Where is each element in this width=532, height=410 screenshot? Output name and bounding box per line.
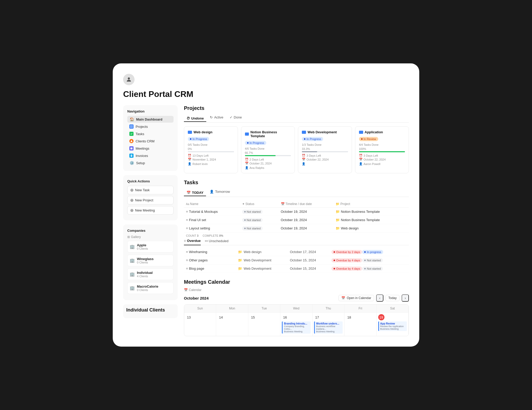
task-count-row: COUNT 3 COMPLETE 0% xyxy=(184,233,409,239)
sidebar-item-projects[interactable]: Projects xyxy=(127,123,174,130)
cal-cell-16[interactable]: 16 Branding Introdu... Company Branding,… xyxy=(280,313,312,336)
project-card-web-design[interactable]: Web design In Progress 0/5 Tasks Done 0%… xyxy=(184,126,238,173)
project-card-application[interactable]: Application In Review 4/4 Tasks Done 100… xyxy=(355,126,409,173)
cal-cell-14[interactable]: 14 xyxy=(216,313,248,336)
project-card-notion[interactable]: Notion Business Template In Progress 4/6… xyxy=(241,126,295,173)
navigation-title: Navigation xyxy=(127,109,174,113)
meetings-section-title: Meetings Calendar xyxy=(184,279,409,285)
day-header-wed: Wed xyxy=(280,305,312,312)
navigation-section: Navigation 🏠 Main Dashboard Projects Tas… xyxy=(123,105,178,171)
cal-event-app-review[interactable]: App Review Review the Application Busine… xyxy=(378,321,407,331)
active-icon: ↻ xyxy=(210,115,213,119)
projects-section-title: Projects xyxy=(184,105,409,111)
new-project-button[interactable]: ⊕ New Project xyxy=(127,196,174,204)
overdue-tab-bar: ○ Overdue ↦ Unscheduled xyxy=(184,239,409,245)
sidebar-item-invoices[interactable]: Invoices xyxy=(127,152,174,159)
cal-date-18: 18 xyxy=(346,314,352,320)
new-meeting-button[interactable]: ⊕ New Meeting xyxy=(127,206,174,215)
folder-icon-notion xyxy=(245,133,249,136)
tab-done[interactable]: ✓ Done xyxy=(227,114,244,120)
svg-point-0 xyxy=(128,77,130,80)
calendar-icon: 📅 xyxy=(184,288,188,292)
tab-today[interactable]: 📅 TODAY xyxy=(184,190,206,196)
prev-month-button[interactable]: ‹ xyxy=(376,294,383,302)
table-row[interactable]: ≡Tutorial & Mockups Not started October … xyxy=(184,208,409,216)
svg-point-5 xyxy=(131,140,132,141)
task-icon-1: ≡ xyxy=(186,210,188,214)
overdue-dot-2 xyxy=(334,260,335,261)
col-status: ✦ Status xyxy=(240,201,279,208)
tasks-tab-bar: 📅 TODAY 👤 Tomorrow xyxy=(184,189,409,197)
projects-grid: Web design In Progress 0/5 Tasks Done 0%… xyxy=(184,126,409,173)
sidebar-item-clients-crm[interactable]: Clients CRM xyxy=(127,138,174,144)
day-header-thu: Thu xyxy=(312,305,344,312)
cal-cell-13[interactable]: 13 xyxy=(184,313,216,336)
cal-cell-18[interactable]: 18 xyxy=(344,313,376,336)
individual-clients-section: Individual Clients xyxy=(123,304,178,318)
tab-unscheduled[interactable]: ↦ Unscheduled xyxy=(205,239,229,243)
tab-overdue[interactable]: ○ Overdue xyxy=(184,239,201,245)
cal-cell-17[interactable]: 17 Workflow unders... Business workflow … xyxy=(312,313,344,336)
cal-date-19: 19 xyxy=(378,314,384,320)
today-button[interactable]: Today xyxy=(385,295,400,301)
sidebar-item-meetings[interactable]: Meetings xyxy=(127,145,174,152)
calendar-icon-today: 📅 xyxy=(187,191,191,195)
companies-section: Companies ⊞ Gallery 🏢 Apple 0 Clients 🏢 … xyxy=(123,224,178,300)
cal-date-13: 13 xyxy=(186,314,192,320)
company-macrocalorie[interactable]: 🏢 MacroCalorie 0 Clients xyxy=(127,282,174,294)
invoices-icon xyxy=(129,154,134,158)
company-apple[interactable]: 🏢 Apple 0 Clients xyxy=(127,241,174,253)
project-card-web-dev[interactable]: Web Development In Progress 1/3 Tasks Do… xyxy=(298,126,352,173)
day-header-mon: Mon xyxy=(216,305,248,312)
company-macrocalorie-info: MacroCalorie 0 Clients xyxy=(137,285,158,292)
company-macrocalorie-icon: 🏢 xyxy=(130,286,135,290)
day-header-fri: Fri xyxy=(344,305,376,312)
sidebar-item-main-dashboard[interactable]: 🏠 Main Dashboard xyxy=(127,116,174,123)
projects-tab-bar: ⏱ Undone ↻ Active ✓ Done xyxy=(184,114,409,123)
company-wineglass[interactable]: 🏢 Wineglass 0 Clients xyxy=(127,255,174,266)
table-row[interactable]: ≡Layout setting Not started October 19, … xyxy=(184,224,409,233)
col-project: 📁 Project xyxy=(334,201,409,208)
quick-actions-title: Quick Actions xyxy=(127,179,174,183)
sidebar-item-setup[interactable]: ⚙️ Setup xyxy=(127,160,174,166)
gear-icon: ⚙️ xyxy=(129,161,134,165)
tab-undone[interactable]: ⏱ Undone xyxy=(184,115,206,122)
svg-rect-4 xyxy=(132,127,132,128)
open-calendar-button[interactable]: 📅 Open in Calendar xyxy=(338,295,374,301)
svg-rect-6 xyxy=(130,148,132,149)
calendar-week: 13 14 15 16 Branding Introdu... C xyxy=(184,312,409,336)
overdue-row-wireframing[interactable]: ≡Wireframing 📁Web design October 17, 202… xyxy=(184,248,409,256)
svg-rect-2 xyxy=(132,125,132,126)
done-icon: ✓ xyxy=(230,115,232,119)
cal-event-branding[interactable]: Branding Introdu... Company Branding, Co… xyxy=(282,321,310,334)
company-wineglass-icon: 🏢 xyxy=(130,258,135,263)
tasks-table: Aa Name ✦ Status 📅 Timeline / due date 📁… xyxy=(184,201,409,233)
cal-cell-15[interactable]: 15 xyxy=(248,313,280,336)
col-name: Aa Name xyxy=(184,201,240,208)
companies-title: Companies xyxy=(127,229,174,233)
cal-event-workflow[interactable]: Workflow unders... Business workflow exp… xyxy=(314,321,343,334)
overdue-row-blog-page[interactable]: ≡Blog page 📁Web Development October 15, … xyxy=(184,264,409,273)
tab-tomorrow[interactable]: 👤 Tomorrow xyxy=(207,189,232,195)
folder-icon-web-design xyxy=(188,131,192,134)
overdue-row-other-pages[interactable]: ≡Other pages 📁Web Development October 15… xyxy=(184,256,409,264)
table-row[interactable]: ≡Final UI set Not started October 19, 20… xyxy=(184,216,409,224)
tab-active[interactable]: ↻ Active xyxy=(207,114,226,120)
company-individual[interactable]: 🏢 Individual 4 Clients xyxy=(127,268,174,280)
company-wineglass-info: Wineglass 0 Clients xyxy=(137,257,154,264)
gallery-icon: ⊞ xyxy=(127,235,130,239)
home-icon: 🏠 xyxy=(129,117,134,121)
cal-date-14: 14 xyxy=(218,314,224,320)
plus-icon-2: ⊕ xyxy=(130,198,134,203)
new-task-button[interactable]: ⊕ New Task xyxy=(127,186,174,194)
cal-cell-19[interactable]: 19 App Review Review the Application Bus… xyxy=(377,313,409,336)
cal-date-16: 16 xyxy=(282,314,288,320)
page-title: Client Portal CRM xyxy=(123,89,409,99)
next-month-button[interactable]: › xyxy=(402,294,409,302)
quick-actions-section: Quick Actions ⊕ New Task ⊕ New Project ⊕… xyxy=(123,175,178,220)
col-timeline: 📅 Timeline / due date xyxy=(279,201,334,208)
task-icon-3: ≡ xyxy=(186,226,188,230)
svg-rect-1 xyxy=(130,125,131,126)
sidebar-item-tasks[interactable]: Tasks xyxy=(127,130,174,137)
individual-clients-title: Individual Clients xyxy=(126,307,175,313)
